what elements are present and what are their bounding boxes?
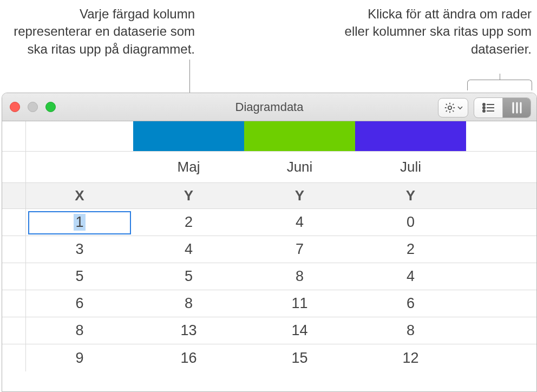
x-column-header[interactable] (26, 152, 133, 182)
column-header-3[interactable]: Juli (355, 152, 466, 182)
chart-data-window: Diagramdata (2, 93, 537, 392)
column-header-1[interactable]: Maj (133, 152, 244, 182)
data-cell-x[interactable]: 1 (26, 209, 133, 236)
callout-leader-right (467, 80, 532, 90)
svg-point-3 (483, 107, 485, 109)
data-cell[interactable]: 15 (244, 344, 355, 371)
series-color-3[interactable] (355, 121, 466, 151)
columns-icon (510, 101, 524, 114)
table-row: 5 5 8 4 (2, 263, 536, 290)
data-cell[interactable]: 16 (133, 344, 244, 371)
table-row: 8 13 14 8 (2, 317, 536, 344)
minimize-button[interactable] (28, 102, 38, 112)
data-cell[interactable]: 5 (133, 263, 244, 290)
data-cell[interactable]: 8 (355, 317, 466, 344)
color-strip-x-gap (26, 121, 133, 151)
axis-label-x: X (26, 183, 133, 208)
data-cell[interactable]: 4 (244, 209, 355, 236)
settings-menu-button[interactable] (438, 98, 468, 117)
callout-left: Varje färgad kolumn representerar en dat… (0, 5, 195, 58)
data-cell-x[interactable]: 8 (26, 317, 133, 344)
plot-columns-button[interactable] (502, 98, 531, 117)
data-cell[interactable]: 8 (133, 290, 244, 317)
close-button[interactable] (10, 102, 20, 112)
table-row: 1 2 4 0 (2, 209, 536, 236)
callouts-area: Varje färgad kolumn representerar en dat… (0, 0, 537, 92)
svg-point-5 (483, 110, 485, 112)
data-cell[interactable]: 0 (355, 209, 466, 236)
data-cell[interactable]: 8 (244, 263, 355, 290)
corner-cell (2, 121, 26, 151)
data-cell[interactable]: 4 (355, 263, 466, 290)
gear-icon (444, 102, 456, 114)
svg-point-1 (483, 103, 485, 106)
data-cell-x[interactable]: 5 (26, 263, 133, 290)
zoom-button[interactable] (45, 102, 56, 112)
column-header-2[interactable]: Juni (244, 152, 355, 182)
series-color-2[interactable] (244, 121, 355, 151)
rows-icon (481, 102, 495, 114)
table-row: 3 4 7 2 (2, 236, 536, 263)
chevron-down-icon (457, 106, 463, 110)
table-row: 9 16 15 12 (2, 344, 536, 371)
axis-label-y-3: Y (355, 183, 466, 208)
plot-rows-button[interactable] (474, 98, 502, 117)
axis-label-y-1: Y (133, 183, 244, 208)
callout-right: Klicka för att ändra om rader eller kolu… (342, 5, 532, 58)
data-cell[interactable]: 4 (133, 236, 244, 263)
series-color-row (2, 121, 536, 152)
data-cell[interactable]: 11 (244, 290, 355, 317)
data-cell[interactable]: 13 (133, 317, 244, 344)
titlebar: Diagramdata (2, 93, 536, 121)
data-cell[interactable]: 2 (133, 209, 244, 236)
data-cell-x[interactable]: 9 (26, 344, 133, 371)
data-cell-x[interactable]: 6 (26, 290, 133, 317)
data-cell[interactable]: 6 (355, 290, 466, 317)
column-header-row: Maj Juni Juli (2, 152, 536, 183)
svg-point-0 (448, 106, 451, 109)
data-table: Maj Juni Juli X Y Y Y 1 2 4 0 3 4 7 (2, 121, 536, 371)
data-cell[interactable]: 14 (244, 317, 355, 344)
table-row: 6 8 11 6 (2, 290, 536, 317)
data-cell[interactable]: 12 (355, 344, 466, 371)
series-color-1[interactable] (133, 121, 244, 151)
data-cell-x[interactable]: 3 (26, 236, 133, 263)
window-controls (10, 102, 56, 112)
axis-label-y-2: Y (244, 183, 355, 208)
cell-value: 1 (74, 214, 85, 231)
toolbar-right (438, 97, 531, 118)
axis-label-row: X Y Y Y (2, 183, 536, 209)
data-cell[interactable]: 2 (355, 236, 466, 263)
data-cell[interactable]: 7 (244, 236, 355, 263)
series-orientation-toggle (474, 97, 531, 118)
